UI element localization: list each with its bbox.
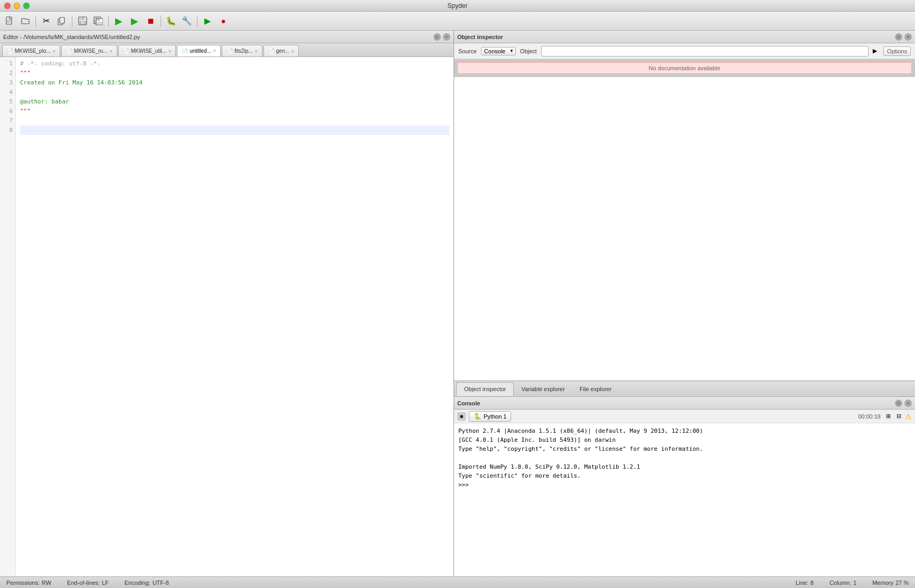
- encoding-label: Encoding:: [125, 580, 150, 586]
- svg-rect-17: [97, 18, 100, 21]
- console-header: Console ⊙ ×: [454, 397, 915, 410]
- svg-rect-5: [60, 17, 64, 23]
- tab-untitled[interactable]: 📄 untitled... ×: [177, 45, 221, 56]
- tab-mkwise-util[interactable]: 📄 MKWISE_util... ×: [118, 45, 176, 56]
- warning-icon: ⚠: [905, 412, 912, 421]
- options-button[interactable]: Options: [883, 46, 911, 56]
- tab-object-inspector[interactable]: Object inspector: [456, 382, 514, 396]
- editor-float-button[interactable]: ⊙: [433, 33, 441, 41]
- tab-close-icon[interactable]: ×: [213, 48, 216, 53]
- console-output[interactable]: Python 2.7.4 |Anaconda 1.5.1 (x86_64)| (…: [454, 423, 915, 576]
- console-header-btns[interactable]: ⊙ ×: [895, 400, 912, 407]
- object-inspector-title: Object inspector: [457, 34, 503, 40]
- console-btn-2[interactable]: ⊟: [894, 412, 903, 421]
- console-btn-1[interactable]: ⊞: [884, 412, 892, 421]
- tab-fits2ip[interactable]: 📄 fits2ip... ×: [222, 45, 262, 56]
- tab-file-icon: 📄: [123, 48, 129, 54]
- maximize-button[interactable]: [23, 3, 30, 9]
- obj-inspector-toolbar: Source Console Editor ▼ Object ▶ Options: [454, 43, 915, 59]
- console-line-4: [458, 453, 911, 462]
- object-go-button[interactable]: ▶: [871, 47, 879, 55]
- permissions-label: Permissions:: [6, 580, 40, 586]
- debug-button[interactable]: 🐛: [164, 14, 178, 29]
- tab-close-icon[interactable]: ×: [168, 49, 171, 54]
- memory-value: 27 %: [895, 580, 909, 586]
- tools-button[interactable]: 🔧: [180, 14, 194, 29]
- tab-gen[interactable]: 📄 gen... ×: [263, 45, 299, 56]
- editor-tabs-bar: 📄 MKWISE_plo... × 📄 MKWISE_ru... × 📄 MKW…: [0, 43, 454, 57]
- tab-mkwise-plo[interactable]: 📄 MKWISE_plo... ×: [2, 45, 60, 56]
- console-stop-button[interactable]: ■: [457, 412, 466, 421]
- encoding-value: UTF-8: [153, 580, 169, 586]
- eol-value: LF: [102, 580, 109, 586]
- run-step-button[interactable]: ▶: [127, 14, 142, 29]
- tab-file-explorer[interactable]: File explorer: [572, 382, 619, 396]
- tab-close-icon[interactable]: ×: [53, 49, 55, 54]
- window-controls[interactable]: [4, 3, 30, 9]
- svg-rect-20: [97, 23, 101, 24]
- column-value: 1: [853, 580, 856, 586]
- tab-close-icon[interactable]: ×: [291, 49, 294, 54]
- source-label: Source: [458, 48, 477, 54]
- close-button[interactable]: [4, 3, 11, 9]
- editor-close-button[interactable]: ×: [443, 33, 450, 41]
- line-item: Line: 8: [796, 580, 814, 586]
- tab-mkwise-ru[interactable]: 📄 MKWISE_ru... ×: [61, 45, 117, 56]
- code-line-1: # -*- coding: utf-8 -*-: [20, 59, 449, 69]
- bottom-tabs-bar: Object inspector Variable explorer File …: [454, 381, 915, 397]
- python-tab-label: Python 1: [484, 413, 506, 420]
- source-select-wrapper[interactable]: Console Editor ▼: [481, 47, 516, 55]
- play-arrow-button[interactable]: ▶: [200, 14, 215, 29]
- code-line-2: """: [20, 69, 449, 78]
- tab-file-icon: 📄: [268, 48, 275, 54]
- object-label: Object: [520, 48, 537, 54]
- code-line-7: [20, 116, 449, 126]
- encoding-item: Encoding: UTF-8: [125, 580, 169, 586]
- permissions-value: RW: [42, 580, 51, 586]
- svg-rect-2: [7, 21, 11, 22]
- editor-header-buttons[interactable]: ⊙ ×: [433, 33, 450, 41]
- copy-button[interactable]: [54, 14, 69, 29]
- console-float-button[interactable]: ⊙: [895, 400, 902, 407]
- console-line-6: Type "scientific" for more details.: [458, 471, 911, 480]
- stop-circle-button[interactable]: ●: [216, 14, 231, 29]
- code-editor[interactable]: # -*- coding: utf-8 -*- """ Created on F…: [16, 57, 454, 576]
- bottom-tab-label: Variable explorer: [521, 386, 564, 392]
- bottom-panel: Object inspector Variable explorer File …: [454, 381, 915, 576]
- new-file-button[interactable]: [2, 14, 17, 29]
- obj-inspector-float-button[interactable]: ⊙: [895, 33, 902, 41]
- console-timer: 00:00:18: [858, 413, 881, 420]
- python-kernel-tab[interactable]: 🐍 Python 1: [469, 411, 511, 422]
- editor-header: Editor - /Volumes/ls/MK_standards/WISE/u…: [0, 31, 454, 43]
- cut-button[interactable]: ✂: [39, 14, 53, 29]
- console-extra-buttons[interactable]: ⊞ ⊟ ⚠: [884, 412, 912, 421]
- minimize-button[interactable]: [14, 3, 20, 9]
- column-label: Column:: [829, 580, 851, 586]
- save-all-button[interactable]: [91, 14, 106, 29]
- python-icon: 🐍: [474, 413, 482, 420]
- object-inspector-header: Object inspector ⊙ ×: [454, 31, 915, 43]
- stop-red-button[interactable]: ⏹: [143, 14, 158, 29]
- eol-item: End-of-lines: LF: [67, 580, 109, 586]
- source-select[interactable]: Console Editor: [481, 47, 516, 55]
- code-line-5: @author: babar: [20, 97, 449, 107]
- run-green-button[interactable]: ▶: [111, 14, 126, 29]
- console-line-5: Imported NumPy 1.8.0, SciPy 0.12.0, Matp…: [458, 462, 911, 471]
- open-folder-button[interactable]: [18, 14, 33, 29]
- tab-close-icon[interactable]: ×: [109, 49, 112, 54]
- tab-file-icon: 📄: [7, 48, 13, 54]
- code-line-6: """: [20, 107, 449, 116]
- app-title: Spyder: [447, 2, 467, 10]
- object-input-wrapper: ▶: [541, 46, 879, 56]
- console-close-button[interactable]: ×: [904, 400, 912, 407]
- code-line-3: Created on Fri May 16 14:03:56 2014: [20, 78, 449, 88]
- code-area[interactable]: 1 2 3 4 5 6 7 8 # -*- coding: utf-8 -*- …: [0, 57, 454, 576]
- object-input[interactable]: [541, 46, 869, 56]
- tab-close-icon[interactable]: ×: [255, 49, 258, 54]
- save-button[interactable]: [75, 14, 90, 29]
- tab-variable-explorer[interactable]: Variable explorer: [514, 382, 572, 396]
- obj-inspector-close-button[interactable]: ×: [904, 33, 912, 41]
- object-inspector-header-btns[interactable]: ⊙ ×: [895, 33, 912, 41]
- toolbar-sep-4: [161, 15, 161, 27]
- toolbar-sep-3: [108, 15, 109, 27]
